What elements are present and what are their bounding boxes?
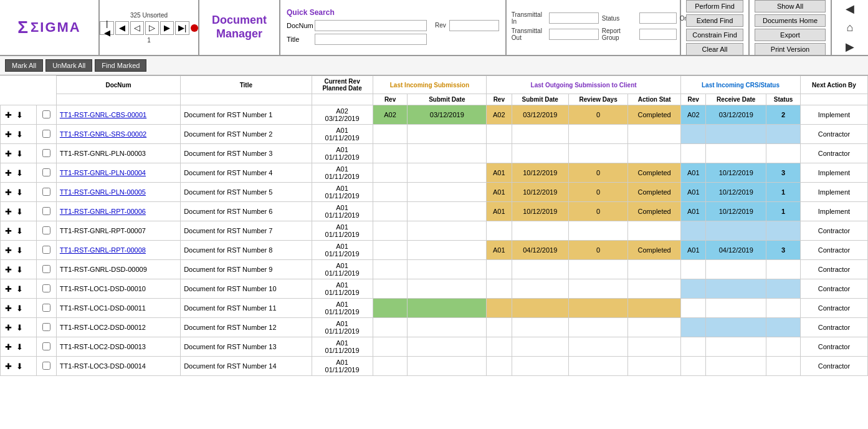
row-checkbox[interactable] — [42, 323, 50, 331]
prev-page-button[interactable]: ◀ — [844, 1, 856, 17]
row-checkbox[interactable] — [42, 149, 50, 157]
nav-prev-button[interactable]: ◀ — [115, 21, 129, 35]
row-incoming-rev: A02 — [373, 105, 408, 125]
nav-next-button[interactable]: ▶ — [160, 21, 174, 35]
nav-first-button[interactable]: |◀ — [100, 21, 114, 35]
add-icon-button[interactable]: ✚ — [4, 226, 13, 236]
nav-prev-single-button[interactable]: ◁ — [130, 21, 144, 35]
docnum-link[interactable]: TT1-RST-GNRL-SRS-00002 — [60, 130, 146, 138]
row-docnum[interactable]: TT1-RST-GNRL-RPT-00008 — [56, 241, 180, 260]
row-docnum[interactable]: TT1-RST-GNRL-SRS-00002 — [56, 125, 180, 144]
download-icon-button[interactable]: ⬇ — [15, 110, 24, 120]
print-version-button[interactable]: Print Version — [755, 43, 826, 55]
sigma-icon: Σ — [17, 17, 28, 37]
mark-all-button[interactable]: Mark All — [5, 59, 43, 72]
add-icon-button[interactable]: ✚ — [4, 246, 13, 255]
row-checkbox-cell[interactable] — [37, 125, 57, 144]
row-checkbox-cell[interactable] — [37, 202, 57, 221]
download-icon-button[interactable]: ⬇ — [15, 130, 24, 139]
row-checkbox-cell[interactable] — [37, 163, 57, 183]
add-icon-button[interactable]: ✚ — [4, 188, 13, 197]
add-icon-button[interactable]: ✚ — [4, 342, 13, 352]
row-docnum[interactable]: TT1-RST-GNRL-CBS-00001 — [56, 105, 180, 125]
add-icon-button[interactable]: ✚ — [4, 130, 13, 139]
row-checkbox-cell[interactable] — [37, 279, 57, 299]
row-checkbox[interactable] — [42, 284, 50, 292]
nav-last-button[interactable]: ▶| — [175, 21, 189, 35]
add-icon-button[interactable]: ✚ — [4, 284, 13, 294]
docnum-link[interactable]: TT1-RST-GNRL-RPT-00008 — [60, 246, 146, 254]
row-checkbox-cell[interactable] — [37, 299, 57, 318]
constrain-find-button[interactable]: Constrain Find — [686, 29, 743, 41]
add-icon-button[interactable]: ✚ — [4, 304, 13, 313]
row-checkbox[interactable] — [42, 168, 50, 176]
add-icon-button[interactable]: ✚ — [4, 362, 13, 371]
rev-input[interactable] — [449, 20, 499, 31]
docnum-input[interactable] — [315, 20, 427, 31]
perform-find-button[interactable]: Perform Find — [686, 0, 743, 12]
row-checkbox-cell[interactable] — [37, 318, 57, 337]
row-checkbox[interactable] — [42, 246, 50, 254]
download-icon-button[interactable]: ⬇ — [15, 265, 24, 274]
add-icon-button[interactable]: ✚ — [4, 168, 13, 178]
download-icon-button[interactable]: ⬇ — [15, 168, 24, 178]
add-icon-button[interactable]: ✚ — [4, 265, 13, 274]
download-icon-button[interactable]: ⬇ — [15, 323, 24, 332]
status-input[interactable] — [639, 12, 677, 24]
row-checkbox-cell[interactable] — [37, 105, 57, 125]
report-group-input[interactable] — [639, 29, 677, 40]
download-icon-button[interactable]: ⬇ — [15, 284, 24, 294]
download-icon-button[interactable]: ⬇ — [15, 304, 24, 313]
row-checkbox-cell[interactable] — [37, 260, 57, 279]
title-input[interactable] — [315, 34, 427, 45]
row-checkbox[interactable] — [42, 130, 50, 138]
download-icon-button[interactable]: ⬇ — [15, 342, 24, 352]
add-icon-button[interactable]: ✚ — [4, 207, 13, 216]
unmark-all-button[interactable]: UnMark All — [45, 59, 92, 72]
download-icon-button[interactable]: ⬇ — [15, 149, 24, 158]
row-checkbox-cell[interactable] — [37, 357, 57, 376]
row-checkbox-cell[interactable] — [37, 221, 57, 241]
docnum-link[interactable]: TT1-RST-GNRL-CBS-00001 — [60, 111, 146, 118]
row-checkbox-cell[interactable] — [37, 241, 57, 260]
row-checkbox[interactable] — [42, 362, 50, 370]
add-icon-button[interactable]: ✚ — [4, 110, 13, 120]
row-docnum[interactable]: TT1-RST-GNRL-PLN-00005 — [56, 183, 180, 202]
download-icon-button[interactable]: ⬇ — [15, 226, 24, 236]
row-checkbox-cell[interactable] — [37, 337, 57, 357]
transmittal-out-input[interactable] — [549, 29, 599, 40]
extend-find-button[interactable]: Extend Find — [686, 14, 743, 27]
home-page-button[interactable]: ⌂ — [846, 20, 855, 36]
docnum-link[interactable]: TT1-RST-GNRL-PLN-00004 — [60, 169, 146, 176]
download-icon-button[interactable]: ⬇ — [15, 362, 24, 371]
row-docnum[interactable]: TT1-RST-GNRL-PLN-00004 — [56, 163, 180, 183]
row-checkbox[interactable] — [42, 304, 50, 312]
download-icon-button[interactable]: ⬇ — [15, 188, 24, 197]
add-icon-button[interactable]: ✚ — [4, 149, 13, 158]
download-icon-button[interactable]: ⬇ — [15, 246, 24, 255]
row-checkbox[interactable] — [42, 188, 50, 196]
add-icon-button[interactable]: ✚ — [4, 323, 13, 332]
download-icon-button[interactable]: ⬇ — [15, 207, 24, 216]
row-checkbox[interactable] — [42, 207, 50, 215]
docnum-link[interactable]: TT1-RST-GNRL-PLN-00005 — [60, 188, 146, 196]
nav-next-single-button[interactable]: ▷ — [145, 21, 159, 35]
row-checkbox-cell[interactable] — [37, 144, 57, 163]
next-page-button[interactable]: ▶ — [844, 39, 856, 55]
row-checkbox[interactable] — [42, 265, 50, 273]
docnum-link[interactable]: TT1-RST-GNRL-RPT-00006 — [60, 208, 146, 215]
row-docnum[interactable]: TT1-RST-GNRL-RPT-00006 — [56, 202, 180, 221]
row-checkbox[interactable] — [42, 342, 50, 350]
row-checkbox[interactable] — [42, 226, 50, 234]
row-crs-date — [706, 357, 766, 376]
export-button[interactable]: Export — [755, 29, 826, 41]
row-docnum: TT1-RST-LOC3-DSD-00014 — [56, 357, 180, 376]
documents-home-button[interactable]: Documents Home — [755, 14, 826, 27]
show-all-button[interactable]: Show All — [755, 0, 826, 12]
row-outgoing-stat: Completed — [628, 183, 681, 202]
row-checkbox-cell[interactable] — [37, 183, 57, 202]
find-marked-button[interactable]: Find Marked — [95, 59, 146, 72]
row-checkbox[interactable] — [42, 110, 50, 118]
transmittal-in-input[interactable] — [549, 12, 599, 24]
clear-all-button[interactable]: Clear All — [686, 43, 743, 55]
